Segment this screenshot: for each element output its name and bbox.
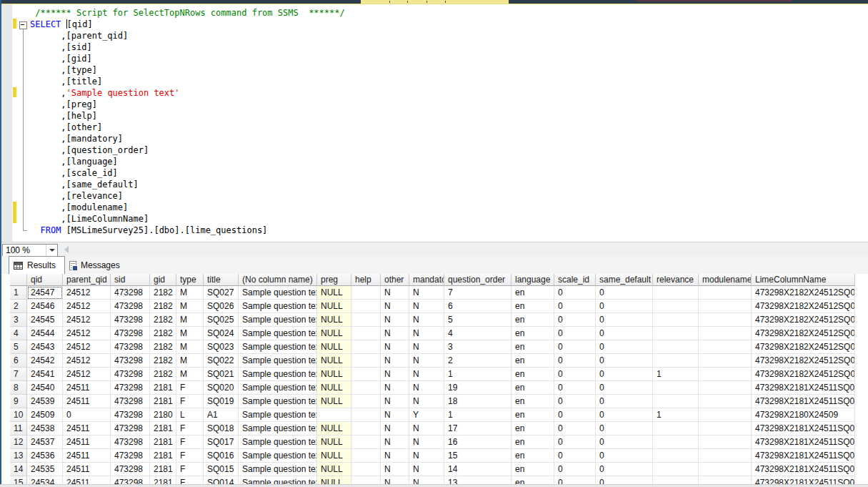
grid-cell-other[interactable]: N	[381, 340, 409, 354]
grid-cell-gid[interactable]: 2182	[150, 313, 176, 327]
grid-cell-type[interactable]: F	[176, 436, 204, 449]
row-number[interactable]: 2	[10, 300, 27, 313]
grid-cell-sid[interactable]: 473298	[111, 408, 150, 422]
grid-cell-help[interactable]	[351, 300, 381, 313]
column-header-no_column_name[interactable]: (No column name)	[239, 274, 317, 286]
grid-cell-preg[interactable]	[317, 408, 351, 422]
grid-cell-same_default[interactable]: 0	[596, 300, 653, 313]
grid-cell-question_order[interactable]: 7	[444, 286, 512, 300]
grid-cell-no_column_name[interactable]: Sample question text	[239, 408, 317, 422]
column-header-mandatory[interactable]: mandatory	[409, 274, 444, 286]
row-number[interactable]: 6	[10, 354, 27, 368]
results-bottom-scrollbar[interactable]	[0, 484, 868, 487]
grid-cell-other[interactable]: N	[381, 463, 409, 476]
grid-cell-title[interactable]: SQ018	[204, 422, 239, 436]
grid-cell-same_default[interactable]: 0	[596, 286, 653, 300]
column-header-sid[interactable]: sid	[111, 274, 150, 286]
grid-cell-title[interactable]: A1	[204, 408, 239, 422]
row-number[interactable]: 5	[10, 340, 27, 354]
grid-cell-mandatory[interactable]: N	[409, 340, 444, 354]
grid-cell-parent_qid[interactable]: 24511	[63, 449, 111, 463]
grid-cell-scale_id[interactable]: 0	[554, 422, 596, 436]
grid-cell-language[interactable]: en	[512, 463, 554, 476]
column-header-scale_id[interactable]: scale_id	[554, 274, 596, 286]
grid-cell-mandatory[interactable]: N	[409, 381, 444, 395]
column-header-question_order[interactable]: question_order	[444, 274, 512, 286]
grid-cell-language[interactable]: en	[512, 422, 554, 436]
grid-cell-relevance[interactable]	[653, 313, 699, 327]
grid-cell-mandatory[interactable]: N	[409, 368, 444, 381]
grid-cell-help[interactable]	[351, 354, 381, 368]
grid-cell-LimeColumnName[interactable]: 473298X2182X24512SQ023	[752, 340, 855, 354]
grid-cell-question_order[interactable]: 14	[444, 463, 512, 476]
grid-cell-title[interactable]: SQ024	[204, 327, 239, 340]
grid-cell-relevance[interactable]: 1	[653, 368, 699, 381]
grid-cell-other[interactable]: N	[381, 422, 409, 436]
grid-cell-gid[interactable]: 2181	[150, 395, 176, 408]
grid-cell-no_column_name[interactable]: Sample question text	[239, 354, 317, 368]
grid-cell-parent_qid[interactable]: 24512	[63, 354, 111, 368]
grid-cell-scale_id[interactable]: 0	[554, 381, 596, 395]
grid-cell-title[interactable]: SQ015	[204, 463, 239, 476]
grid-cell-no_column_name[interactable]: Sample question text	[239, 286, 317, 300]
grid-cell-question_order[interactable]: 4	[444, 327, 512, 340]
grid-cell-question_order[interactable]: 18	[444, 395, 512, 408]
grid-cell-gid[interactable]: 2182	[150, 368, 176, 381]
grid-cell-mandatory[interactable]: N	[409, 327, 444, 340]
grid-cell-title[interactable]: SQ020	[204, 381, 239, 395]
grid-cell-preg[interactable]: NULL	[317, 368, 351, 381]
grid-cell-qid[interactable]: 24545	[27, 313, 63, 327]
grid-cell-preg[interactable]: NULL	[317, 436, 351, 449]
grid-cell-language[interactable]: en	[512, 340, 554, 354]
grid-cell-LimeColumnName[interactable]: 473298X2182X24512SQ021	[752, 368, 855, 381]
grid-cell-relevance[interactable]	[653, 395, 699, 408]
grid-cell-help[interactable]	[351, 286, 381, 300]
grid-cell-other[interactable]: N	[381, 354, 409, 368]
grid-cell-no_column_name[interactable]: Sample question text	[239, 313, 317, 327]
grid-cell-other[interactable]: N	[381, 313, 409, 327]
column-header-modulename[interactable]: modulename	[699, 274, 752, 286]
grid-cell-LimeColumnName[interactable]: 473298X2182X24512SQ022	[752, 354, 855, 368]
grid-cell-help[interactable]	[351, 368, 381, 381]
row-number[interactable]: 14	[10, 463, 27, 476]
grid-cell-type[interactable]: L	[176, 408, 204, 422]
grid-cell-no_column_name[interactable]: Sample question text	[239, 436, 317, 449]
grid-cell-LimeColumnName[interactable]: 473298X2180X24509	[752, 408, 855, 422]
grid-cell-help[interactable]	[351, 449, 381, 463]
grid-cell-no_column_name[interactable]: Sample question text	[239, 327, 317, 340]
column-header-qid[interactable]: qid	[27, 274, 63, 286]
grid-cell-mandatory[interactable]: N	[409, 300, 444, 313]
grid-cell-preg[interactable]: NULL	[317, 381, 351, 395]
grid-cell-no_column_name[interactable]: Sample question text	[239, 381, 317, 395]
grid-cell-help[interactable]	[351, 436, 381, 449]
grid-cell-same_default[interactable]: 0	[596, 449, 653, 463]
grid-cell-question_order[interactable]: 1	[444, 408, 512, 422]
grid-cell-gid[interactable]: 2181	[150, 436, 176, 449]
grid-cell-LimeColumnName[interactable]: 473298X2181X24511SQ015	[752, 463, 855, 476]
grid-cell-qid[interactable]: 24546	[27, 300, 63, 313]
grid-cell-relevance[interactable]	[653, 381, 699, 395]
grid-cell-title[interactable]: SQ023	[204, 340, 239, 354]
grid-cell-type[interactable]: M	[176, 368, 204, 381]
grid-cell-language[interactable]: en	[512, 408, 554, 422]
grid-cell-sid[interactable]: 473298	[111, 422, 150, 436]
grid-cell-help[interactable]	[351, 395, 381, 408]
grid-cell-modulename[interactable]	[699, 354, 752, 368]
grid-cell-LimeColumnName[interactable]: 473298X2182X24512SQ025	[752, 313, 855, 327]
grid-cell-preg[interactable]: NULL	[317, 340, 351, 354]
grid-cell-modulename[interactable]	[699, 313, 752, 327]
grid-cell-other[interactable]: N	[381, 449, 409, 463]
grid-cell-modulename[interactable]	[699, 327, 752, 340]
grid-cell-same_default[interactable]: 0	[596, 395, 653, 408]
grid-cell-parent_qid[interactable]: 24511	[63, 381, 111, 395]
grid-cell-modulename[interactable]	[699, 381, 752, 395]
grid-cell-type[interactable]: F	[176, 422, 204, 436]
grid-cell-sid[interactable]: 473298	[111, 286, 150, 300]
results-grid[interactable]: qidparent_qidsidgidtypetitle(No column n…	[10, 274, 855, 487]
grid-cell-gid[interactable]: 2181	[150, 463, 176, 476]
column-header-rownum[interactable]	[10, 274, 27, 286]
grid-cell-parent_qid[interactable]: 0	[63, 408, 111, 422]
grid-cell-sid[interactable]: 473298	[111, 436, 150, 449]
grid-cell-mandatory[interactable]: N	[409, 436, 444, 449]
row-number[interactable]: 10	[10, 408, 27, 422]
